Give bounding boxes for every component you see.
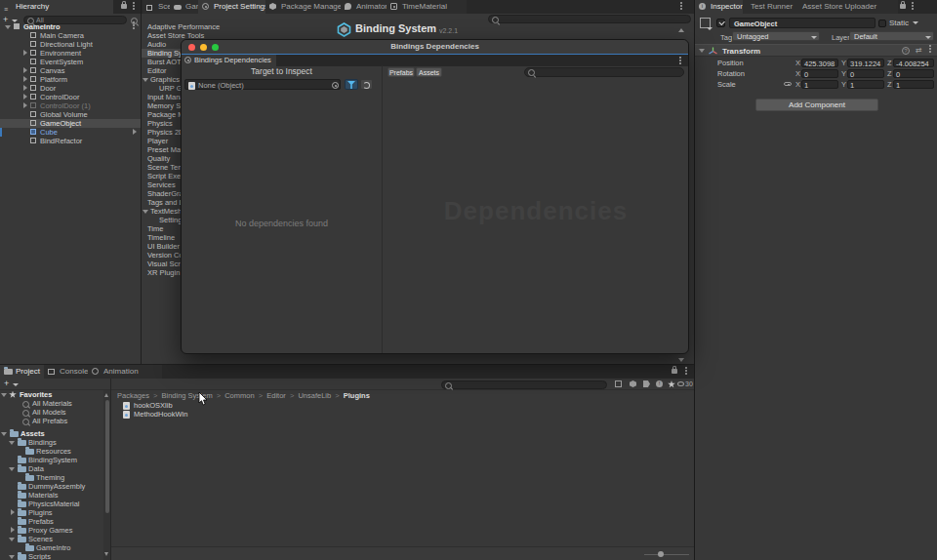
transform-header[interactable]: Transform ? ⇄ [695, 44, 937, 57]
hierarchy-item-gameintro[interactable]: GameIntro [0, 22, 141, 31]
hierarchy-item-eventsystem[interactable]: EventSystem [0, 58, 141, 66]
hierarchy-item-main-camera[interactable]: Main Camera [0, 31, 141, 40]
favorites-star-icon[interactable] [668, 380, 675, 388]
hierarchy-item-gameobject-selected[interactable]: GameObject [0, 119, 141, 128]
breadcrumb-item[interactable]: Common [224, 391, 254, 400]
tab-asset-store-uploader[interactable]: Asset Store Uploader [794, 0, 898, 14]
static-flags-caret-icon[interactable] [913, 21, 918, 27]
tree-item[interactable]: GameIntro [0, 543, 102, 552]
expand-arrow-icon[interactable] [23, 102, 30, 108]
expand-arrow-icon[interactable] [23, 67, 30, 73]
asset-scale-slider-track[interactable] [644, 554, 689, 555]
tree-item[interactable]: Scripts [0, 552, 102, 560]
hierarchy-item-directional-light[interactable]: Directional Light [0, 40, 141, 49]
rotation-z-field[interactable]: 0 [893, 69, 934, 78]
tree-item[interactable]: Theming [0, 473, 102, 482]
tree-item[interactable]: Scenes [0, 535, 102, 543]
tab-hierarchy[interactable]: ≡ Hierarchy [0, 0, 113, 14]
hierarchy-item-cube-prefab[interactable]: Cube [0, 128, 141, 137]
active-checkbox[interactable] [716, 19, 725, 27]
icon-picker-caret-icon[interactable] [707, 27, 713, 33]
scrollbar-thumb[interactable] [105, 400, 109, 513]
inspector-lock-icon[interactable] [900, 4, 906, 9]
hierarchy-item-bindrefactor[interactable]: BindRefactor [0, 137, 141, 145]
tree-item[interactable]: Prefabs [0, 517, 102, 526]
expand-arrow-icon[interactable] [11, 527, 18, 533]
tree-item[interactable]: Data [0, 464, 102, 473]
scroll-up-icon[interactable] [104, 391, 108, 397]
scale-z-field[interactable]: 1 [893, 80, 934, 89]
position-x-field[interactable]: 425.3098 [801, 59, 838, 67]
scroll-up-icon[interactable] [678, 25, 684, 32]
prefabs-button[interactable]: Prefabs [387, 67, 415, 77]
hidden-count-eye-icon[interactable] [677, 381, 684, 386]
scale-x-field[interactable]: 1 [801, 80, 838, 89]
prefab-open-chevron-icon[interactable] [133, 129, 140, 135]
static-checkbox[interactable] [878, 20, 886, 27]
expand-arrow-icon[interactable] [23, 50, 30, 56]
position-z-field[interactable]: -4.008254 [893, 59, 934, 67]
search-by-type-icon[interactable] [615, 380, 622, 387]
project-menu-icon[interactable] [685, 370, 687, 372]
settings-item[interactable]: Adaptive Performance [142, 22, 234, 31]
gameobject-name-field[interactable]: GameObject [729, 18, 876, 28]
refresh-button[interactable] [360, 79, 373, 90]
scene-menu-icon[interactable] [133, 24, 135, 26]
position-y-field[interactable]: 319.1224 [847, 59, 884, 67]
breadcrumb-item[interactable]: Packages [117, 391, 149, 400]
filter-button[interactable] [345, 79, 358, 90]
window-tab-menu-icon[interactable] [679, 60, 681, 61]
hierarchy-item-canvas[interactable]: Canvas [0, 66, 141, 75]
tag-dropdown[interactable]: Untagged [732, 31, 820, 41]
search-packages-icon[interactable] [630, 380, 636, 387]
project-divider[interactable] [0, 364, 694, 365]
asset-scale-slider-knob[interactable] [658, 551, 664, 557]
expand-arrow-icon[interactable] [23, 85, 30, 91]
project-lock-icon[interactable] [672, 369, 677, 374]
presets-icon[interactable]: ⇄ [916, 46, 923, 54]
help-icon[interactable]: ? [902, 47, 910, 55]
hierarchy-lock-icon[interactable] [121, 4, 127, 9]
hierarchy-item-controldoor[interactable]: ControlDoor [0, 93, 141, 101]
add-component-button[interactable]: Add Component [755, 99, 878, 111]
add-caret-icon[interactable] [13, 383, 19, 389]
tree-item[interactable]: Bindings [0, 438, 102, 447]
assets-button[interactable]: Assets [416, 67, 442, 77]
hierarchy-divider[interactable] [141, 0, 142, 365]
expand-arrow-icon[interactable] [11, 509, 18, 515]
component-menu-icon[interactable] [929, 48, 931, 50]
settings-window-menu-icon[interactable] [680, 5, 682, 7]
tree-item-assets[interactable]: Assets [0, 429, 102, 438]
rotation-y-field[interactable]: 0 [847, 69, 884, 78]
favorites-header[interactable]: Favorites [0, 390, 102, 399]
expand-arrow-icon[interactable] [23, 94, 30, 100]
hierarchy-item-controldoor-1[interactable]: ControlDoor (1) [0, 101, 141, 110]
settings-search-input[interactable] [488, 15, 691, 23]
tree-item[interactable]: BindingSystem [0, 456, 102, 464]
object-picker-icon[interactable] [332, 82, 339, 89]
tree-item[interactable]: Proxy Games [0, 526, 102, 535]
hierarchy-item-environment[interactable]: Environment [0, 49, 141, 58]
scale-y-field[interactable]: 1 [847, 80, 884, 89]
inspector-menu-icon[interactable] [912, 5, 914, 7]
layer-dropdown[interactable]: Default [849, 31, 934, 41]
hierarchy-menu-icon[interactable] [133, 5, 135, 7]
hierarchy-item-global-volume[interactable]: Global Volume [0, 110, 141, 119]
expand-arrow-icon[interactable] [9, 555, 15, 560]
project-add-button[interactable]: + [4, 379, 9, 388]
inspector-divider[interactable] [694, 0, 695, 560]
breadcrumb-item-current[interactable]: Plugins [344, 391, 370, 400]
tree-scrollbar[interactable] [103, 390, 110, 560]
breadcrumb-item[interactable]: Editor [266, 391, 286, 400]
file-item[interactable]: MethodHookWin [111, 410, 687, 419]
hierarchy-item-door[interactable]: Door [0, 84, 141, 93]
rotation-x-field[interactable]: 0 [801, 69, 838, 78]
breadcrumb-item[interactable]: UnsafeLib [298, 391, 331, 400]
favorites-item[interactable]: All Models [0, 408, 102, 417]
hierarchy-item-platform[interactable]: Platform [0, 75, 141, 84]
tree-item[interactable]: DummyAssembly [0, 482, 102, 491]
info-icon[interactable]: ! [656, 380, 663, 387]
favorites-item[interactable]: All Prefabs [0, 417, 102, 425]
foldout-arrow-icon[interactable] [699, 49, 705, 56]
tree-item[interactable]: Materials [0, 491, 102, 500]
